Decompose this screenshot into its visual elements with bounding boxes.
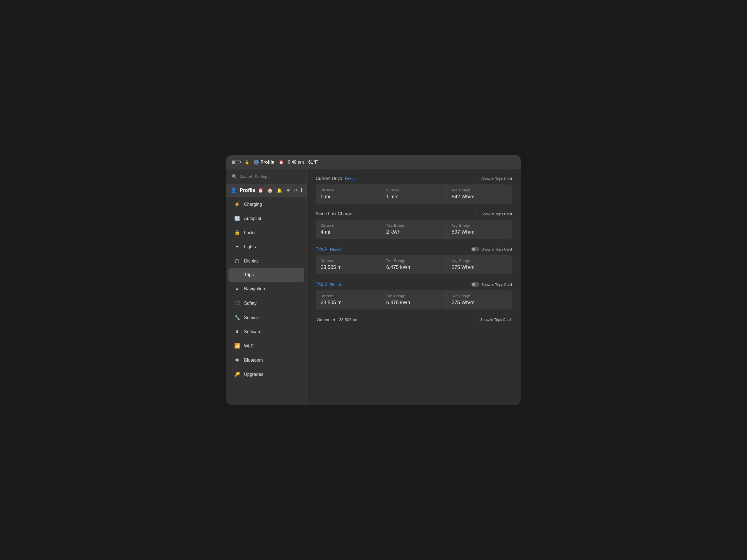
stat-card: Distance 23,505 mi — [316, 255, 381, 274]
nav-bluetooth-icon: ✱ — [286, 188, 290, 193]
stat-card: Total Energy 6,475 kWh — [381, 255, 446, 274]
stat-card: Avg. Energy 597 Wh/mi — [446, 220, 512, 239]
trip-a-show-trips-toggle[interactable]: Show in Trips Card — [471, 247, 512, 251]
status-time: 9:48 am — [288, 160, 304, 165]
trip-a-reset[interactable]: Reset — [330, 247, 341, 252]
safety-icon: ⓘ — [234, 300, 240, 306]
trip-b-toggle[interactable] — [471, 282, 479, 287]
trip-b-title: Trip B Reset — [316, 282, 341, 287]
profile-nav-icon: 👤 — [231, 187, 237, 193]
stat-value: 6,475 kWh — [386, 264, 442, 270]
since-last-charge-stats: Distance 4 mi Total Energy 2 kWh Avg. En… — [316, 220, 512, 239]
locks-label: Locks — [244, 230, 256, 235]
stat-value: 6,475 kWh — [386, 300, 442, 305]
battery-indicator — [232, 161, 240, 164]
wifi-icon: 📶 — [234, 343, 240, 349]
stat-label: Distance — [321, 223, 376, 228]
stat-card: Distance 23,505 mi — [316, 290, 381, 310]
current-drive-title: Current Drive Reset — [316, 176, 356, 181]
stat-value: 23,505 mi — [321, 300, 376, 305]
current-drive-section: Current Drive Reset ✓ Show in Trips Card… — [316, 176, 512, 204]
stat-card: Distance 0 mi — [316, 184, 381, 204]
stat-card: Avg. Energy 842 Wh/mi — [446, 184, 512, 204]
nav-clock-icon: ⏰ — [258, 188, 263, 193]
sidebar-item-software[interactable]: ⬇ Software — [228, 325, 304, 339]
stat-label: Distance — [321, 294, 376, 298]
sidebar-item-wifi[interactable]: 📶 Wi-Fi — [228, 339, 304, 353]
stat-label: Avg. Energy — [452, 259, 507, 263]
nav-profile-label: Profile — [239, 187, 255, 193]
trip-a-toggle[interactable] — [471, 247, 479, 251]
tesla-screen: 🔒 👤 Profile ⏰ 9:48 am 61°F 🔍 👤 Profile ⏰… — [226, 155, 521, 405]
sidebar-item-display[interactable]: ▢ Display — [228, 254, 304, 268]
trip-a-title: Trip A Reset — [316, 247, 341, 252]
trip-b-header: Trip B Reset Show in Trips Card — [316, 282, 512, 287]
nav-items-list: ⚡ Charging 🔄 Autopilot 🔒 Locks ✦ Lights … — [226, 197, 307, 382]
status-temp: 61°F — [308, 160, 318, 165]
bluetooth-icon: ✱ — [234, 357, 240, 363]
sidebar-item-service[interactable]: 🔧 Service — [228, 311, 304, 324]
sidebar-item-upgrades[interactable]: 🔑 Upgrades — [228, 368, 304, 381]
trip-b-show-trips-toggle[interactable]: Show in Trips Card — [471, 282, 512, 287]
current-drive-show-trips-toggle[interactable]: ✓ Show in Trips Card — [475, 177, 512, 181]
autopilot-icon: 🔄 — [234, 216, 240, 221]
stat-value: 4 mi — [321, 229, 376, 235]
sidebar-item-autopilot[interactable]: 🔄 Autopilot — [228, 212, 304, 225]
sidebar-item-lights[interactable]: ✦ Lights — [228, 240, 304, 254]
nav-signal-icon: LTE▐ — [294, 188, 302, 192]
odometer-row: Odometer : 23,505 mi ✓ Show in Trips Car… — [316, 317, 512, 322]
trip-a-stats: Distance 23,505 mi Total Energy 6,475 kW… — [316, 255, 512, 274]
sidebar-item-trips[interactable]: ↔ Trips — [228, 268, 304, 282]
stat-value: 275 Wh/mi — [452, 264, 507, 270]
stat-value: 0 mi — [321, 194, 376, 200]
sidebar: 🔍 👤 Profile ⏰ 🏠 🔔 ✱ LTE▐ ⚡ Charging � — [226, 169, 307, 405]
stat-card: Duration 1 min — [381, 184, 446, 204]
lights-icon: ✦ — [234, 244, 240, 250]
stat-label: Total Energy — [386, 223, 442, 228]
sidebar-item-charging[interactable]: ⚡ Charging — [228, 197, 304, 211]
trip-b-reset[interactable]: Reset — [330, 282, 341, 287]
sidebar-item-safety[interactable]: ⓘ Safety — [228, 296, 304, 310]
trip-a-section: Trip A Reset Show in Trips Card Distance… — [316, 247, 512, 274]
since-last-charge-section: Since Last Charge ✓ Show in Trips Card D… — [316, 211, 512, 239]
status-profile: 👤 Profile — [254, 160, 274, 165]
safety-label: Safety — [244, 301, 257, 306]
stat-card: Total Energy 6,475 kWh — [381, 290, 446, 310]
since-last-charge-show-trips-toggle[interactable]: ✓ Show in Trips Card — [475, 212, 512, 216]
stat-label: Total Energy — [386, 294, 442, 298]
stat-label: Avg. Energy — [452, 223, 507, 228]
stat-value: 2 kWh — [386, 229, 442, 235]
search-input[interactable] — [240, 174, 301, 179]
sidebar-item-navigation[interactable]: ▲ Navigation — [228, 282, 304, 296]
profile-avatar-icon: 👤 — [254, 160, 259, 165]
sidebar-item-locks[interactable]: 🔒 Locks — [228, 226, 304, 239]
current-drive-header: Current Drive Reset ✓ Show in Trips Card — [316, 176, 512, 181]
stat-label: Distance — [321, 188, 376, 192]
stat-value: 23,505 mi — [321, 264, 376, 270]
stat-value: 275 Wh/mi — [452, 300, 507, 305]
odometer-show-trips-toggle[interactable]: ✓ Show in Trips Card — [474, 318, 511, 322]
stat-card: Avg. Energy 275 Wh/mi — [446, 255, 512, 274]
checkmark-icon-3: ✓ — [474, 318, 479, 322]
bluetooth-label: Bluetooth — [244, 358, 263, 363]
clock-icon: ⏰ — [279, 160, 283, 164]
since-last-charge-title: Since Last Charge — [316, 211, 352, 216]
status-bar: 🔒 👤 Profile ⏰ 9:48 am 61°F — [226, 155, 521, 169]
lock-icon: 🔒 — [244, 160, 249, 164]
stat-card: Distance 4 mi — [316, 220, 381, 239]
software-icon: ⬇ — [234, 329, 240, 335]
trip-b-section: Trip B Reset Show in Trips Card Distance… — [316, 282, 512, 310]
current-drive-reset[interactable]: Reset — [345, 177, 356, 181]
locks-icon: 🔒 — [234, 230, 240, 236]
upgrades-icon: 🔑 — [234, 371, 240, 377]
upgrades-label: Upgrades — [244, 372, 263, 377]
main-content: 🔍 👤 Profile ⏰ 🏠 🔔 ✱ LTE▐ ⚡ Charging � — [226, 169, 521, 405]
trips-label: Trips — [244, 272, 254, 277]
trip-a-header: Trip A Reset Show in Trips Card — [316, 247, 512, 252]
sidebar-item-bluetooth[interactable]: ✱ Bluetooth — [228, 353, 304, 367]
stat-value: 1 min — [386, 194, 442, 200]
display-label: Display — [244, 259, 258, 264]
search-bar[interactable]: 🔍 — [226, 169, 307, 184]
stat-label: Total Energy — [386, 259, 442, 263]
content-area: Current Drive Reset ✓ Show in Trips Card… — [307, 169, 521, 405]
